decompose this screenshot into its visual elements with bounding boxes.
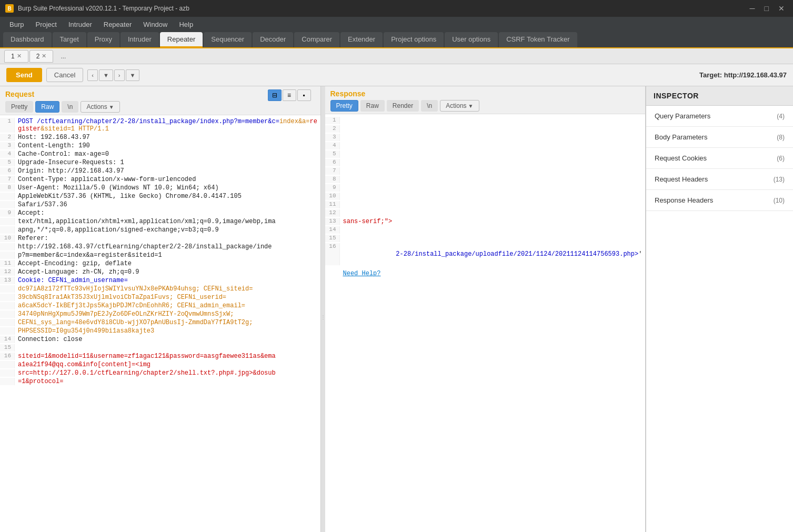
req-line-13g: PHPSESSID=I0gu354j0n499bi1asa8kajte3 — [0, 327, 320, 335]
inspector-request-headers-label: Request Headers — [655, 175, 708, 183]
req-line-14: 14 Connection: close — [0, 335, 320, 344]
close-tab-2-icon[interactable]: ✕ — [42, 53, 46, 59]
nav-buttons: ‹ ▼ › ▼ — [87, 69, 139, 81]
request-tab-ln[interactable]: \n — [62, 101, 78, 113]
view-split-vert-button[interactable]: ⊟ — [268, 89, 282, 101]
request-tabs: Pretty Raw \n Actions ▼ — [5, 101, 315, 115]
inspector-query-params-count: (4) — [777, 113, 785, 120]
nav-back-dropdown[interactable]: ▼ — [99, 69, 113, 81]
response-tab-pretty[interactable]: Pretty — [330, 100, 358, 112]
minimize-button[interactable]: ─ — [747, 4, 758, 13]
maximize-button[interactable]: □ — [761, 4, 772, 13]
tab-user-options[interactable]: User options — [445, 32, 498, 47]
req-line-16d: =1&protocol= — [0, 377, 320, 386]
menu-project[interactable]: Project — [30, 18, 62, 31]
request-actions-arrow-icon: ▼ — [109, 104, 114, 110]
req-line-16: 16 siteid=1&modelid=11&username=zf1agac1… — [0, 352, 320, 360]
inspector-request-cookies[interactable]: Request Cookies (6) — [646, 148, 793, 169]
need-help-area: Need Help? — [325, 266, 646, 282]
req-line-9: 9 Accept: — [0, 209, 320, 217]
tab-repeater[interactable]: Repeater — [160, 32, 203, 47]
inspector-response-headers-label: Response Headers — [655, 196, 713, 204]
request-response-area: Request ⊟ ≡ ▪ Pretty Raw \n Actions — [0, 86, 646, 532]
req-line-13: 13 Cookie: CEFNi_admin_username= — [0, 276, 320, 285]
need-help-text: Need Help? — [343, 270, 381, 277]
response-actions-arrow-icon: ▼ — [468, 103, 474, 109]
repeater-more-tabs[interactable]: ... — [54, 51, 72, 62]
request-code-area[interactable]: 1 POST /ctfLearning/chapter2/2-28/instal… — [0, 115, 320, 532]
menu-repeater[interactable]: Repeater — [98, 18, 137, 31]
inspector-query-params[interactable]: Query Parameters (4) — [646, 106, 793, 127]
res-line-6: 6 — [325, 158, 646, 167]
inspector-request-headers[interactable]: Request Headers (13) — [646, 169, 793, 190]
tab-extender[interactable]: Extender — [340, 32, 383, 47]
res-line-15: 15 — [325, 234, 646, 243]
response-tab-render[interactable]: Render — [387, 100, 419, 112]
view-toggle-buttons: ⊟ ≡ ▪ — [268, 89, 315, 101]
request-panel-header: Request ⊟ ≡ ▪ Pretty Raw \n Actions — [0, 86, 320, 115]
req-line-6: 6 Origin: http://192.168.43.97 — [0, 167, 320, 175]
inspector-body-params-label: Body Parameters — [655, 133, 707, 141]
req-line-2: 2 Host: 192.168.43.97 — [0, 133, 320, 142]
panel-drag-handle[interactable]: ⋮ — [321, 86, 325, 532]
request-tab-raw[interactable]: Raw — [35, 101, 59, 113]
req-line-9c: apng,*/*;q=0.8,application/signed-exchan… — [0, 226, 320, 234]
req-line-13e: 34740pNnHgXpmu5J9Wm7pE2JyZo6DFeOLnZKrHZI… — [0, 310, 320, 318]
close-button[interactable]: ✕ — [775, 4, 788, 13]
tab-decoder[interactable]: Decoder — [253, 32, 293, 47]
res-line-14: 14 — [325, 226, 646, 234]
request-tab-pretty[interactable]: Pretty — [5, 101, 33, 113]
tab-target[interactable]: Target — [53, 32, 86, 47]
app-icon: B — [5, 4, 14, 13]
response-tab-raw[interactable]: Raw — [360, 100, 385, 112]
res-line-13: 13sans-serif;"> — [325, 217, 646, 226]
res-line-16: 16 2-28/install_package/uploadfile/2021/… — [325, 243, 646, 266]
inspector-request-cookies-label: Request Cookies — [655, 154, 707, 162]
req-line-13b: dc97iA8z172fTTc93vHjIojSWIYlvsuYNJx8ePKA… — [0, 285, 320, 293]
nav-forward-button[interactable]: › — [114, 69, 125, 81]
res-line-8: 8 — [325, 175, 646, 184]
main-content: Request ⊟ ≡ ▪ Pretty Raw \n Actions — [0, 86, 793, 532]
req-line-9b: text/html,application/xhtml+xml,applicat… — [0, 217, 320, 226]
response-actions-button[interactable]: Actions ▼ — [440, 100, 479, 112]
nav-forward-dropdown[interactable]: ▼ — [126, 69, 140, 81]
inspector-request-cookies-count: (6) — [777, 155, 785, 162]
tab-sequencer[interactable]: Sequencer — [204, 32, 252, 47]
view-single-button[interactable]: ▪ — [297, 89, 311, 101]
request-title: Request — [5, 90, 34, 98]
response-tab-ln[interactable]: \n — [421, 100, 438, 112]
tab-intruder[interactable]: Intruder — [121, 32, 159, 47]
req-line-8: 8 User-Agent: Mozilla/5.0 (Windows NT 10… — [0, 184, 320, 192]
tab-project-options[interactable]: Project options — [384, 32, 444, 47]
repeater-tab-1[interactable]: 1 ✕ — [4, 50, 28, 63]
inspector-query-params-label: Query Parameters — [655, 112, 710, 120]
response-panel: Response Pretty Raw Render \n Actions ▼ — [325, 86, 646, 532]
tab-csrf[interactable]: CSRF Token Tracker — [499, 32, 577, 47]
send-button[interactable]: Send — [6, 68, 42, 82]
tab-comparer[interactable]: Comparer — [294, 32, 339, 47]
res-line-10: 10 — [325, 192, 646, 200]
menu-window[interactable]: Window — [138, 18, 173, 31]
req-line-13d: a6caK5dcY-IkBEfj3tJps5KajbPDJM7cDnEohhR6… — [0, 302, 320, 310]
res-line-12: 12 — [325, 209, 646, 217]
menu-help[interactable]: Help — [174, 18, 198, 31]
tab-proxy[interactable]: Proxy — [87, 32, 119, 47]
repeater-tabbar: 1 ✕ 2 ✕ ... — [0, 48, 793, 64]
close-tab-1-icon[interactable]: ✕ — [17, 53, 22, 59]
res-line-5: 5 — [325, 150, 646, 158]
request-panel: Request ⊟ ≡ ▪ Pretty Raw \n Actions — [0, 86, 321, 532]
inspector-response-headers[interactable]: Response Headers (10) — [646, 190, 793, 211]
response-code-area[interactable]: 1 2 3 4 5 6 7 8 9 10 11 12 13sans-serif;… — [325, 114, 646, 532]
req-line-13f: CEFNi_sys_lang=48e6vdY8i8CUb-wjjXO7pAnUB… — [0, 318, 320, 327]
tab-dashboard[interactable]: Dashboard — [3, 32, 52, 47]
request-actions-button[interactable]: Actions ▼ — [81, 101, 119, 113]
menu-intruder[interactable]: Intruder — [63, 18, 97, 31]
view-split-horiz-button[interactable]: ≡ — [283, 89, 296, 101]
inspector-body-params[interactable]: Body Parameters (8) — [646, 127, 793, 148]
nav-back-button[interactable]: ‹ — [87, 69, 98, 81]
need-help-link[interactable]: Need Help? — [343, 270, 381, 277]
menu-burp[interactable]: Burp — [4, 18, 29, 31]
cancel-button[interactable]: Cancel — [46, 68, 83, 82]
res-line-3: 3 — [325, 133, 646, 142]
repeater-tab-2[interactable]: 2 ✕ — [29, 50, 54, 63]
